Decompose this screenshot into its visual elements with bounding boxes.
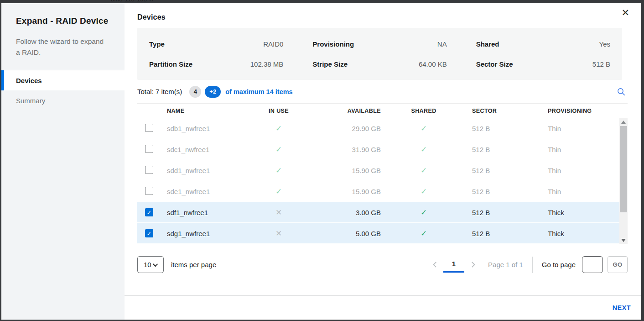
chevron-down-icon: [153, 261, 158, 266]
scrollbar-thumb[interactable]: [620, 126, 627, 212]
device-available: 15.90 GB: [298, 167, 387, 174]
wizard-main-panel: ✕ Devices Type RAID0 Provisioning NA Sha…: [125, 3, 641, 320]
triangle-up-icon: [621, 121, 626, 124]
shared-cell: ✓: [387, 145, 460, 154]
in-use-cell: ✓: [260, 145, 298, 154]
checkbox-cell: ✓: [137, 208, 163, 217]
search-icon[interactable]: [615, 85, 628, 98]
wizard-steps: Devices Summary: [1, 70, 125, 111]
device-name: sdf1_nwfree1: [163, 209, 260, 216]
device-sector: 512 B: [460, 146, 537, 153]
row-checkbox[interactable]: ✓: [145, 229, 153, 237]
row-checkbox[interactable]: [145, 187, 153, 195]
check-icon: ✓: [421, 229, 427, 238]
scrollbar-track[interactable]: [619, 126, 628, 237]
device-available: 5.00 GB: [298, 230, 387, 237]
info-partition-size: Partition Size 102.38 MB: [149, 54, 283, 74]
max-items-label: of maximum 14 items: [225, 88, 292, 95]
table-row[interactable]: ✓sdf1_nwfree1✕3.00 GB✓512 BThick: [137, 202, 619, 223]
check-icon: ✓: [275, 166, 282, 175]
checkbox-cell: [137, 124, 163, 133]
row-checkbox[interactable]: [145, 145, 153, 153]
table-row[interactable]: ✓sdg1_nwfree1✕5.00 GB✓512 BThick: [137, 223, 619, 244]
device-available: 31.90 GB: [298, 146, 387, 153]
row-checkbox[interactable]: [145, 166, 153, 174]
table-row[interactable]: sdb1_nwfree1✓29.90 GB✓512 BThin: [137, 118, 619, 139]
selected-count-badge: 4: [189, 86, 201, 98]
expand-raid-wizard-dialog: Expand - RAID Device Follow the wizard t…: [1, 3, 641, 320]
wizard-description: Follow the wizard to expand a RAID.: [16, 36, 109, 58]
in-use-cell: ✓: [260, 166, 298, 175]
device-name: sdd1_nwfree1: [163, 167, 260, 174]
close-icon[interactable]: ✕: [621, 8, 629, 17]
device-sector: 512 B: [460, 125, 537, 132]
column-header-sector[interactable]: SECTOR: [460, 108, 537, 114]
device-sector: 512 B: [460, 188, 537, 195]
scrollbar-down-button[interactable]: [619, 237, 628, 244]
check-icon: ✓: [275, 145, 282, 154]
device-name: sde1_nwfree1: [163, 188, 260, 195]
raid-info-panel: Type RAID0 Provisioning NA Shared Yes Pa…: [137, 28, 622, 80]
device-provisioning: Thin: [537, 125, 619, 132]
device-available: 15.90 GB: [298, 188, 387, 195]
checkbox-cell: ✓: [137, 229, 163, 238]
column-header-name[interactable]: NAME: [163, 108, 260, 114]
previous-page-button[interactable]: [428, 257, 443, 273]
background-tab-fragment: bin8-113-103 ✕: [111, 0, 154, 3]
check-icon: ✓: [421, 124, 427, 133]
check-icon: ✓: [421, 166, 427, 175]
column-header-shared[interactable]: SHARED: [387, 108, 460, 114]
shared-cell: ✓: [387, 229, 460, 238]
pagination-bar: 10 items per page 1 Page 1 of 1 Go to pa…: [137, 256, 628, 273]
chevron-left-icon: [433, 262, 439, 268]
check-icon: ✓: [421, 208, 427, 217]
page-title: Devices: [137, 13, 628, 21]
row-checkbox[interactable]: ✓: [145, 208, 153, 216]
column-header-available[interactable]: AVAILABLE: [298, 108, 387, 114]
current-page-number[interactable]: 1: [443, 257, 464, 273]
device-name: sdg1_nwfree1: [163, 230, 260, 237]
total-items-label: Total: 7 item(s): [137, 88, 182, 95]
dialog-footer: NEXT: [125, 295, 641, 320]
table-row[interactable]: sde1_nwfree1✓15.90 GB✓512 BThin: [137, 181, 619, 202]
device-available: 29.90 GB: [298, 125, 387, 132]
items-per-page-select[interactable]: 10: [137, 256, 164, 273]
column-header-in-use[interactable]: IN USE: [260, 108, 298, 114]
device-provisioning: Thick: [537, 230, 619, 237]
shared-cell: ✓: [387, 124, 460, 133]
table-row[interactable]: sdd1_nwfree1✓15.90 GB✓512 BThin: [137, 160, 619, 181]
device-available: 3.00 GB: [298, 209, 387, 216]
wizard-sidebar: Expand - RAID Device Follow the wizard t…: [1, 3, 125, 320]
table-body-wrap: sdb1_nwfree1✓29.90 GB✓512 BThinsdc1_nwfr…: [137, 118, 628, 244]
goto-page-input[interactable]: [582, 256, 603, 273]
info-shared: Shared Yes: [476, 34, 610, 54]
column-header-provisioning[interactable]: PROVISIONING: [537, 108, 628, 114]
next-page-button[interactable]: [464, 257, 480, 273]
table-scrollbar[interactable]: [619, 118, 628, 244]
next-button[interactable]: NEXT: [613, 304, 631, 311]
go-button[interactable]: GO: [608, 256, 628, 273]
row-checkbox[interactable]: [145, 124, 153, 132]
step-summary[interactable]: Summary: [1, 90, 125, 111]
in-use-cell: ✓: [260, 124, 298, 133]
scrollbar-up-button[interactable]: [619, 118, 628, 126]
info-stripe-size: Stripe Size 64.00 KB: [312, 54, 447, 74]
check-icon: ✓: [421, 187, 427, 196]
device-name: sdb1_nwfree1: [163, 125, 260, 132]
check-icon: ✓: [275, 187, 282, 196]
checkbox-cell: [137, 187, 163, 196]
device-provisioning: Thin: [537, 146, 619, 153]
in-use-cell: ✕: [260, 208, 298, 217]
in-use-cell: ✓: [260, 187, 298, 196]
check-icon: ✓: [421, 145, 427, 154]
divider: [532, 257, 533, 273]
in-use-cell: ✕: [260, 229, 298, 238]
wizard-title: Expand - RAID Device: [16, 16, 111, 26]
shared-cell: ✓: [387, 208, 460, 217]
items-per-page-label: items per page: [171, 261, 216, 268]
device-provisioning: Thin: [537, 188, 619, 195]
table-header: NAME IN USE AVAILABLE SHARED SECTOR PROV…: [137, 104, 628, 118]
table-row[interactable]: sdc1_nwfree1✓31.90 GB✓512 BThin: [137, 139, 619, 160]
info-type: Type RAID0: [149, 34, 283, 54]
step-devices[interactable]: Devices: [1, 70, 125, 90]
